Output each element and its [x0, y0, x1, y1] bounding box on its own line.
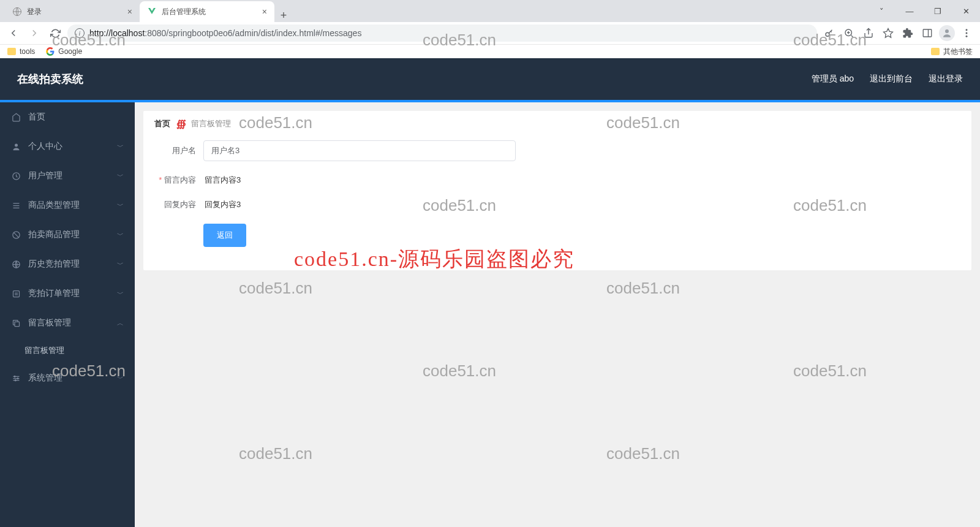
sidebar-label: 拍卖商品管理 [28, 229, 80, 240]
svg-point-8 [15, 143, 18, 146]
forward-button[interactable] [26, 25, 43, 42]
browser-tab-admin[interactable]: 后台管理系统 × [140, 1, 274, 22]
breadcrumb: 首页 ∰ 留言板管理 [154, 118, 960, 129]
sidebar-label: 商品类型管理 [28, 200, 80, 211]
sidebar-label: 个人中心 [28, 141, 62, 152]
sidebar-label: 用户管理 [28, 170, 62, 181]
svg-point-6 [966, 32, 968, 34]
globe-icon [11, 259, 21, 269]
logout-link[interactable]: 退出登录 [929, 74, 963, 85]
menu-icon[interactable] [958, 25, 975, 42]
bookmark-google[interactable]: Google [46, 47, 82, 56]
sidebar-label: 首页 [28, 112, 45, 123]
svg-point-4 [945, 29, 949, 33]
google-icon [46, 47, 55, 56]
app-title: 在线拍卖系统 [17, 72, 83, 86]
admin-label[interactable]: 管理员 abo [812, 74, 854, 85]
home-icon [11, 112, 21, 122]
bookmark-other[interactable]: 其他书签 [931, 47, 973, 57]
url-text: http://localhost:8080/springbootp0eo6/ad… [89, 28, 361, 38]
chevron-down-icon: ﹀ [117, 201, 124, 210]
main-panel: 首页 ∰ 留言板管理 用户名 留言内容 留言内容3 回复内容 回复内容3 返回 [143, 111, 971, 270]
back-button[interactable]: 返回 [203, 224, 246, 247]
sidebar-label: 留言板管理 [28, 317, 71, 328]
sidebar-label: 历史竞拍管理 [28, 259, 80, 270]
svg-point-1 [826, 32, 829, 36]
breadcrumb-home[interactable]: 首页 [154, 118, 170, 129]
svg-point-14 [14, 376, 15, 377]
sidebar-item-user-mgmt[interactable]: 用户管理 ﹀ [0, 161, 135, 191]
close-icon[interactable]: × [262, 7, 267, 17]
panel-icon[interactable] [919, 25, 936, 42]
sidebar-subitem-message-board[interactable]: 留言板管理 [0, 338, 135, 363]
reload-button[interactable] [47, 25, 64, 42]
user-icon [11, 142, 21, 151]
sidebar-item-system[interactable]: 系统管理 ﹀ [0, 363, 135, 393]
svg-point-16 [15, 379, 16, 381]
window-close[interactable]: ✕ [952, 0, 980, 22]
bookmark-bar: tools Google 其他书签 [0, 44, 980, 58]
list-icon [11, 200, 21, 210]
key-icon[interactable] [821, 25, 838, 42]
sidebar-item-home[interactable]: 首页 [0, 102, 135, 132]
app-header: 在线拍卖系统 管理员 abo 退出到前台 退出登录 [0, 58, 980, 102]
sidebar-label: 系统管理 [28, 373, 62, 384]
sidebar-item-product-type[interactable]: 商品类型管理 ﹀ [0, 191, 135, 220]
copy-icon [11, 318, 21, 328]
url-input[interactable]: i http://localhost:8080/springbootp0eo6/… [67, 25, 817, 42]
svg-point-5 [966, 29, 968, 31]
squiggle-icon: ∰ [176, 118, 185, 129]
window-controls: ˅ — ❐ ✕ [867, 0, 980, 22]
chevron-down-icon: ﹀ [117, 289, 124, 298]
window-dropdown[interactable]: ˅ [867, 0, 895, 22]
globe-icon [12, 7, 22, 17]
vue-icon [147, 7, 157, 17]
form-row-username: 用户名 [154, 140, 960, 161]
content-label: 留言内容 [159, 175, 196, 184]
chevron-up-icon: ︿ [117, 319, 124, 328]
bookmark-star-icon[interactable] [880, 25, 897, 42]
sidebar-item-personal[interactable]: 个人中心 ﹀ [0, 132, 135, 161]
settings-icon [11, 373, 21, 383]
breadcrumb-page: 留言板管理 [191, 118, 231, 129]
chevron-down-icon: ﹀ [117, 260, 124, 269]
chevron-down-icon: ﹀ [117, 172, 124, 181]
form-row-content: 留言内容 留言内容3 [154, 175, 960, 186]
sidebar-label: 竞拍订单管理 [28, 288, 80, 299]
content-area: 首页 ∰ 留言板管理 用户名 留言内容 留言内容3 回复内容 回复内容3 返回 [135, 102, 980, 527]
sidebar-item-history-bid[interactable]: 历史竞拍管理 ﹀ [0, 249, 135, 279]
svg-point-15 [17, 377, 18, 379]
window-maximize[interactable]: ❐ [924, 0, 952, 22]
tab-title: 后台管理系统 [162, 7, 206, 17]
sidebar: 首页 个人中心 ﹀ 用户管理 ﹀ 商品类型管理 ﹀ 拍卖商品管理 ﹀ 历史竞拍管… [0, 102, 135, 527]
new-tab-button[interactable]: + [274, 9, 293, 22]
address-bar: i http://localhost:8080/springbootp0eo6/… [0, 22, 980, 44]
svg-rect-13 [15, 322, 20, 327]
reply-value: 回复内容3 [203, 199, 241, 210]
share-icon[interactable] [860, 25, 877, 42]
close-icon[interactable]: × [127, 7, 132, 17]
site-info-icon[interactable]: i [75, 28, 85, 38]
svg-point-7 [966, 36, 968, 37]
window-minimize[interactable]: — [895, 0, 924, 22]
to-front-link[interactable]: 退出到前台 [870, 74, 913, 85]
browser-chrome: 登录 × 后台管理系统 × + ˅ — ❐ ✕ i http: [0, 0, 980, 58]
sidebar-label: 留言板管理 [24, 345, 64, 356]
sidebar-item-message-board[interactable]: 留言板管理 ︿ [0, 308, 135, 338]
reply-label: 回复内容 [154, 199, 203, 210]
profile-avatar[interactable] [938, 25, 956, 42]
username-input[interactable] [203, 140, 516, 161]
chevron-down-icon: ﹀ [117, 142, 124, 151]
extensions-icon[interactable] [899, 25, 916, 42]
back-button[interactable] [5, 25, 22, 42]
svg-rect-3 [923, 29, 932, 37]
sidebar-item-bid-order[interactable]: 竞拍订单管理 ﹀ [0, 279, 135, 308]
sidebar-item-auction-product[interactable]: 拍卖商品管理 ﹀ [0, 220, 135, 249]
bookmark-tools[interactable]: tools [7, 47, 35, 56]
tab-strip: 登录 × 后台管理系统 × + ˅ — ❐ ✕ [0, 0, 980, 22]
clock-icon [11, 171, 21, 181]
zoom-icon[interactable] [840, 25, 858, 42]
browser-tab-login[interactable]: 登录 × [5, 1, 140, 22]
svg-rect-12 [13, 290, 19, 297]
tab-title: 登录 [27, 7, 42, 17]
